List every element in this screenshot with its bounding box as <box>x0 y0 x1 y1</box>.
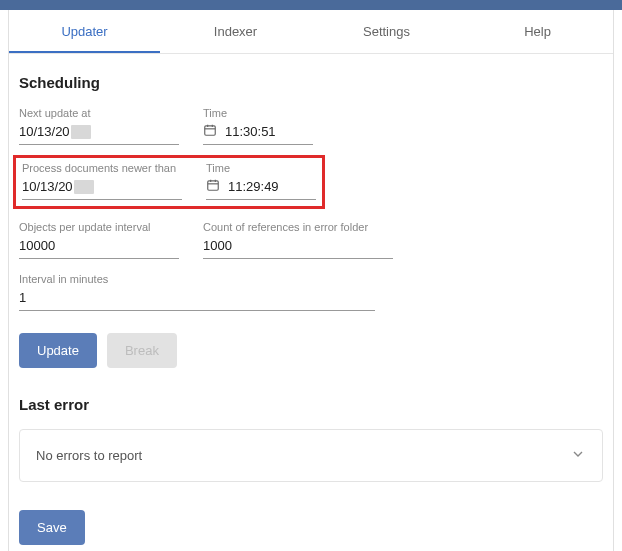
objects-per-interval-value: 10000 <box>19 238 179 253</box>
tab-help[interactable]: Help <box>462 10 613 53</box>
row-process-newer: Process documents newer than 10/13/20 Ti… <box>22 162 316 200</box>
error-card[interactable]: No errors to report <box>19 429 603 482</box>
next-update-date-value: 10/13/20 <box>19 124 70 139</box>
next-update-date-input[interactable]: 10/13/20 <box>19 123 179 145</box>
tab-settings[interactable]: Settings <box>311 10 462 53</box>
next-update-time-label: Time <box>203 107 313 119</box>
interval-minutes-value: 1 <box>19 290 375 305</box>
row-next-update: Next update at 10/13/20 Time 11:30:51 <box>19 107 603 145</box>
next-update-time-input[interactable]: 11:30:51 <box>203 123 313 145</box>
next-update-time-value: 11:30:51 <box>225 124 313 139</box>
svg-rect-4 <box>208 181 219 190</box>
process-newer-time-label: Time <box>206 162 316 174</box>
scheduling-heading: Scheduling <box>19 74 603 91</box>
field-process-newer-date: Process documents newer than 10/13/20 <box>22 162 182 200</box>
calendar-icon <box>203 123 217 140</box>
field-error-folder-count: Count of references in error folder 1000 <box>203 221 393 259</box>
button-row: Update Break <box>19 333 603 368</box>
process-newer-date-redacted <box>74 180 94 194</box>
objects-per-interval-label: Objects per update interval <box>19 221 179 233</box>
error-folder-count-label: Count of references in error folder <box>203 221 393 233</box>
error-folder-count-value: 1000 <box>203 238 393 253</box>
process-newer-date-input[interactable]: 10/13/20 <box>22 178 182 200</box>
interval-minutes-input[interactable]: 1 <box>19 289 375 311</box>
svg-rect-0 <box>205 126 216 135</box>
update-button[interactable]: Update <box>19 333 97 368</box>
field-objects-per-interval: Objects per update interval 10000 <box>19 221 179 259</box>
tab-content: Scheduling Next update at 10/13/20 Time <box>9 54 613 551</box>
next-update-date-redacted <box>71 125 91 139</box>
field-next-update-date: Next update at 10/13/20 <box>19 107 179 145</box>
process-newer-date-value: 10/13/20 <box>22 179 73 194</box>
top-bar <box>0 0 622 10</box>
break-button: Break <box>107 333 177 368</box>
next-update-date-label: Next update at <box>19 107 179 119</box>
tab-updater[interactable]: Updater <box>9 10 160 53</box>
chevron-down-icon <box>570 446 586 465</box>
tab-indexer[interactable]: Indexer <box>160 10 311 53</box>
error-folder-count-input[interactable]: 1000 <box>203 237 393 259</box>
row-counts: Objects per update interval 10000 Count … <box>19 221 603 259</box>
error-text: No errors to report <box>36 448 142 463</box>
process-newer-time-value: 11:29:49 <box>228 179 316 194</box>
last-error-heading: Last error <box>19 396 603 413</box>
highlight-process-newer: Process documents newer than 10/13/20 Ti… <box>13 155 325 209</box>
save-button[interactable]: Save <box>19 510 85 545</box>
field-interval-minutes: Interval in minutes 1 <box>19 273 375 311</box>
process-newer-time-input[interactable]: 11:29:49 <box>206 178 316 200</box>
tabs: Updater Indexer Settings Help <box>9 10 613 54</box>
main-panel: Updater Indexer Settings Help Scheduling… <box>8 10 614 551</box>
row-interval: Interval in minutes 1 <box>19 273 603 311</box>
objects-per-interval-input[interactable]: 10000 <box>19 237 179 259</box>
field-next-update-time: Time 11:30:51 <box>203 107 313 145</box>
process-newer-date-label: Process documents newer than <box>22 162 182 174</box>
interval-minutes-label: Interval in minutes <box>19 273 375 285</box>
calendar-icon <box>206 178 220 195</box>
field-process-newer-time: Time 11:29:49 <box>206 162 316 200</box>
